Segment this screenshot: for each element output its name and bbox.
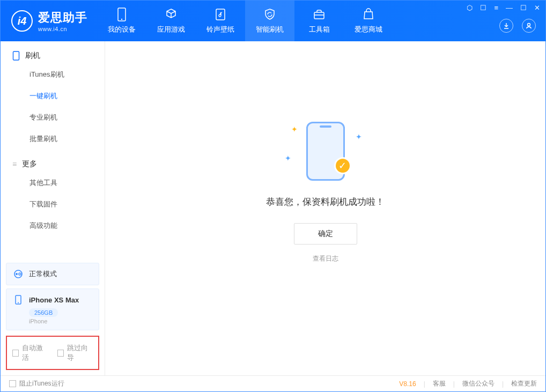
header: i4 爱思助手 www.i4.cn 我的设备 应用游戏 铃声壁纸 智能刷机 工具…	[1, 1, 545, 41]
feedback-icon[interactable]: ☐	[480, 4, 486, 12]
window-controls: ⬡ ☐ ≡ — ☐ ✕	[467, 4, 540, 12]
sidebar-item-advanced[interactable]: 高级功能	[1, 215, 105, 236]
logo: i4 爱思助手 www.i4.cn	[1, 10, 97, 32]
nav-tabs: 我的设备 应用游戏 铃声壁纸 智能刷机 工具箱 爱思商城	[97, 1, 393, 41]
sidebar-item-batch-flash[interactable]: 批量刷机	[1, 128, 105, 150]
list-icon: ≡	[12, 160, 17, 168]
device-type: iPhone	[29, 318, 47, 324]
ok-button[interactable]: 确定	[294, 223, 357, 245]
success-message: 恭喜您，保资料刷机成功啦！	[266, 196, 385, 208]
nav-label: 铃声壁纸	[206, 25, 234, 34]
skip-guide-checkbox[interactable]: 跳过向导	[57, 343, 93, 363]
version-label[interactable]: V8.16	[399, 380, 416, 388]
menu-icon[interactable]: ≡	[494, 4, 498, 12]
nav-toolbox[interactable]: 工具箱	[294, 1, 344, 41]
maximize-button[interactable]: ☐	[520, 4, 527, 12]
nav-label: 应用游戏	[157, 25, 185, 34]
phone-outline-icon	[12, 51, 20, 61]
bag-icon	[361, 8, 375, 21]
mode-icon	[13, 269, 24, 279]
sidebar-group-more: ≡ 更多	[1, 150, 105, 172]
app-title: 爱思助手	[38, 10, 87, 26]
wechat-link[interactable]: 微信公众号	[462, 379, 495, 388]
user-icon[interactable]	[522, 19, 536, 33]
nav-smart-flash[interactable]: 智能刷机	[245, 1, 294, 41]
success-illustration: ✦ ✦ ✦ ✓	[306, 122, 345, 181]
svg-point-10	[18, 302, 19, 304]
check-badge-icon: ✓	[334, 157, 351, 174]
svg-rect-5	[13, 51, 19, 60]
svg-point-1	[121, 19, 122, 20]
sidebar-item-onekey-flash[interactable]: 一键刷机	[1, 85, 105, 107]
device-name: iPhone XS Max	[29, 296, 79, 304]
sidebar-item-itunes-flash[interactable]: iTunes刷机	[1, 64, 105, 85]
download-icon[interactable]	[499, 19, 513, 33]
nav-my-device[interactable]: 我的设备	[97, 1, 146, 41]
sidebar: 刷机 iTunes刷机 一键刷机 专业刷机 批量刷机 ≡ 更多 其他工具 下载固…	[1, 41, 105, 375]
capacity-badge: 256GB	[29, 308, 58, 317]
support-link[interactable]: 客服	[433, 379, 446, 388]
block-itunes-checkbox[interactable]: 阻止iTunes运行	[9, 379, 64, 388]
close-button[interactable]: ✕	[534, 4, 540, 12]
svg-point-4	[528, 24, 530, 26]
device-row[interactable]: iPhone XS Max 256GB iPhone	[6, 289, 99, 330]
flash-options-row: 自动激活 跳过向导	[6, 336, 99, 370]
shield-refresh-icon	[263, 8, 277, 21]
nav-apps-games[interactable]: 应用游戏	[146, 1, 196, 41]
logo-icon: i4	[11, 10, 33, 32]
app-subtitle: www.i4.cn	[38, 26, 87, 32]
mode-label: 正常模式	[29, 269, 57, 279]
nav-label: 爱思商城	[355, 25, 382, 34]
footer: 阻止iTunes运行 V8.16 | 客服 | 微信公众号 | 检查更新	[1, 375, 545, 391]
minimize-button[interactable]: —	[506, 4, 513, 12]
check-update-link[interactable]: 检查更新	[511, 379, 537, 388]
mode-row[interactable]: 正常模式	[6, 263, 99, 285]
nav-store[interactable]: 爱思商城	[344, 1, 393, 41]
nav-label: 智能刷机	[256, 25, 284, 34]
nav-label: 我的设备	[108, 25, 136, 34]
sidebar-item-other-tools[interactable]: 其他工具	[1, 172, 105, 194]
toolbox-icon	[312, 8, 326, 21]
user-controls	[499, 19, 536, 33]
nav-ringtone-wallpaper[interactable]: 铃声壁纸	[196, 1, 245, 41]
svg-rect-3	[314, 12, 324, 19]
group-title: 刷机	[25, 51, 40, 61]
svg-point-7	[16, 273, 18, 275]
main-content: ✦ ✦ ✦ ✓ 恭喜您，保资料刷机成功啦！ 确定 查看日志	[105, 41, 545, 375]
phone-icon	[13, 294, 24, 305]
auto-activate-checkbox[interactable]: 自动激活	[12, 343, 48, 363]
shirt-icon[interactable]: ⬡	[467, 4, 473, 12]
svg-point-8	[19, 273, 21, 275]
sidebar-item-pro-flash[interactable]: 专业刷机	[1, 107, 105, 128]
music-doc-icon	[213, 8, 227, 21]
sidebar-item-download-firmware[interactable]: 下载固件	[1, 194, 105, 215]
group-title: 更多	[22, 159, 37, 169]
sidebar-group-flash: 刷机	[1, 41, 105, 64]
cube-icon	[164, 8, 178, 21]
nav-label: 工具箱	[309, 25, 330, 34]
device-icon	[115, 8, 129, 21]
view-log-link[interactable]: 查看日志	[313, 254, 338, 263]
